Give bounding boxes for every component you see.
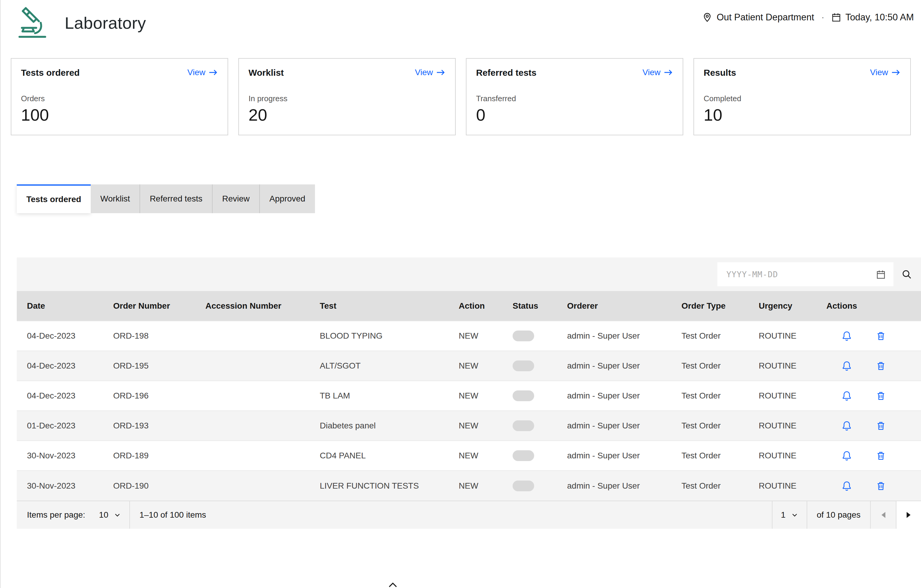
view-link[interactable]: View <box>870 68 901 77</box>
trash-icon <box>876 421 886 430</box>
cell-test: Diabetes panel <box>310 411 449 441</box>
column-header-orderer: Orderer <box>558 291 672 321</box>
table-header-row: DateOrder NumberAccession NumberTestActi… <box>17 291 921 321</box>
view-link-label: View <box>415 68 433 77</box>
cell-test: BLOOD TYPING <box>310 321 449 351</box>
cell-order-type: Test Order <box>672 381 749 411</box>
items-per-page-select[interactable]: 10 <box>91 501 129 529</box>
cell-order-type: Test Order <box>672 411 749 441</box>
chevron-up-icon[interactable] <box>387 581 399 588</box>
items-range-label: 1–10 of 100 items <box>130 510 216 520</box>
tab-approved[interactable]: Approved <box>259 184 315 213</box>
cell-test: ALT/SGOT <box>310 351 449 381</box>
table-row: 04-Dec-2023 ORD-195 ALT/SGOT NEW admin -… <box>17 351 921 381</box>
date-filter-input[interactable] <box>718 262 893 286</box>
tab-referred-tests[interactable]: Referred tests <box>140 184 212 213</box>
notification-bell-button[interactable] <box>837 326 856 345</box>
cell-accession-number <box>196 351 310 381</box>
cell-action: NEW <box>449 381 503 411</box>
notification-bell-button[interactable] <box>837 476 856 495</box>
bell-icon <box>842 331 852 341</box>
delete-trash-button[interactable] <box>871 476 890 495</box>
notification-bell-button[interactable] <box>837 386 856 406</box>
page-title: Laboratory <box>65 13 146 33</box>
cell-order-type: Test Order <box>672 351 749 381</box>
microscope-icon <box>17 5 50 40</box>
view-link-label: View <box>187 68 205 77</box>
delete-trash-button[interactable] <box>871 446 890 465</box>
items-per-page-label: Items per page: <box>17 510 91 520</box>
card-title: Referred tests <box>476 68 537 78</box>
bell-icon <box>842 361 852 371</box>
cell-urgency: ROUTINE <box>749 351 817 381</box>
cell-test: CD4 PANEL <box>310 441 449 471</box>
cell-accession-number <box>196 471 310 500</box>
table-row: 30-Nov-2023 ORD-189 CD4 PANEL NEW admin … <box>17 441 921 471</box>
column-header-accession-number: Accession Number <box>196 291 310 321</box>
cell-orderer: admin - Super User <box>558 471 672 500</box>
date-picker <box>718 262 893 286</box>
view-link[interactable]: View <box>187 68 218 77</box>
page-number-value: 1 <box>781 510 786 520</box>
trash-icon <box>876 391 886 401</box>
cell-action: NEW <box>449 471 503 500</box>
cell-action: NEW <box>449 441 503 471</box>
card-metric-value: 100 <box>21 105 218 125</box>
cell-actions <box>817 351 921 381</box>
trash-icon <box>876 451 886 461</box>
cell-date: 04-Dec-2023 <box>17 321 104 351</box>
column-header-actions: Actions <box>817 291 921 321</box>
search-button[interactable] <box>893 262 920 286</box>
cell-order-number: ORD-198 <box>104 321 196 351</box>
view-link-label: View <box>643 68 661 77</box>
cell-status <box>503 381 558 411</box>
cell-date: 30-Nov-2023 <box>17 471 104 500</box>
header-left: Laboratory <box>17 5 146 40</box>
cell-accession-number <box>196 321 310 351</box>
card-title: Worklist <box>249 68 284 78</box>
items-per-page-value: 10 <box>99 510 108 520</box>
status-pill <box>513 390 534 401</box>
page-number-select[interactable]: 1 <box>773 501 807 529</box>
notification-bell-button[interactable] <box>837 416 856 435</box>
next-page-button[interactable] <box>896 501 921 529</box>
cell-status <box>503 351 558 381</box>
cell-actions <box>817 321 921 351</box>
card-results: Results View Completed 10 <box>693 58 911 135</box>
delete-trash-button[interactable] <box>871 416 890 435</box>
column-header-urgency: Urgency <box>749 291 817 321</box>
notification-bell-button[interactable] <box>837 446 856 465</box>
cell-order-type: Test Order <box>672 441 749 471</box>
tab-review[interactable]: Review <box>212 184 259 213</box>
prev-page-button[interactable] <box>871 501 896 529</box>
bell-icon <box>842 391 852 401</box>
app-header: Laboratory Out Patient Department · Toda… <box>1 0 921 58</box>
cell-order-number: ORD-190 <box>104 471 196 500</box>
datetime-label: Today, 10:50 AM <box>845 12 914 23</box>
card-metric-value: 20 <box>249 105 446 125</box>
card-referred-tests: Referred tests View Transferred 0 <box>466 58 683 135</box>
delete-trash-button[interactable] <box>871 356 890 375</box>
table-body: 04-Dec-2023 ORD-198 BLOOD TYPING NEW adm… <box>17 321 921 500</box>
tab-worklist[interactable]: Worklist <box>91 184 140 213</box>
cell-date: 01-Dec-2023 <box>17 411 104 441</box>
trash-icon <box>876 481 886 491</box>
cell-test: TB LAM <box>310 381 449 411</box>
cell-orderer: admin - Super User <box>558 321 672 351</box>
view-link[interactable]: View <box>415 68 446 77</box>
tab-tests-ordered[interactable]: Tests ordered <box>17 184 91 213</box>
view-link[interactable]: View <box>643 68 673 77</box>
cell-status <box>503 471 558 500</box>
status-pill <box>513 331 534 341</box>
notification-bell-button[interactable] <box>837 356 856 375</box>
delete-trash-button[interactable] <box>871 386 890 406</box>
column-header-order-type: Order Type <box>672 291 749 321</box>
location-pin-icon <box>702 12 712 23</box>
tab-bar: Tests ordered Worklist Referred tests Re… <box>17 184 921 213</box>
tab-label: Referred tests <box>150 194 202 204</box>
cell-date: 04-Dec-2023 <box>17 381 104 411</box>
card-metric-label: In progress <box>249 94 446 103</box>
delete-trash-button[interactable] <box>871 326 890 345</box>
card-title: Results <box>704 68 736 78</box>
cell-actions <box>817 441 921 471</box>
